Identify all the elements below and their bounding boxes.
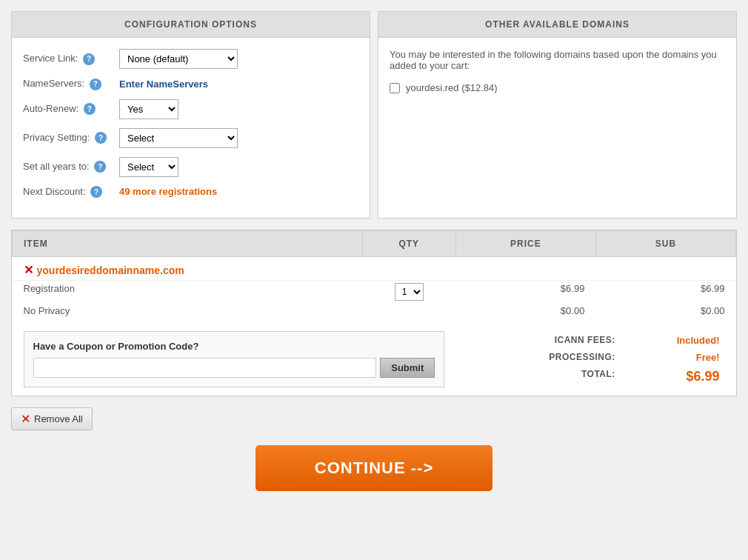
domain-link[interactable]: yourdesireddomainname.com [37, 264, 184, 276]
privacy-setting-label: Privacy Setting: [23, 132, 90, 143]
processing-row: PROCESSING: Free! [468, 350, 723, 365]
other-domains-header: OTHER AVAILABLE DOMAINS [378, 12, 736, 38]
next-discount-help-icon[interactable]: ? [90, 186, 102, 198]
set-years-row: Set all years to: ? Select [23, 157, 358, 177]
registration-label: Registration [24, 283, 75, 294]
privacy-setting-help-icon[interactable]: ? [95, 132, 107, 144]
domain-option-label: yourdesi.red ($12.84) [406, 82, 498, 93]
nameservers-link[interactable]: Enter NameServers [119, 79, 208, 90]
auto-renew-help-icon[interactable]: ? [84, 103, 96, 115]
service-link-row: Service Link: ? None (default) [23, 49, 358, 69]
icann-fees-value: Included! [621, 333, 724, 348]
coupon-totals-row: Have a Coupon or Promotion Code? Submit … [13, 324, 736, 396]
service-link-help-icon[interactable]: ? [83, 53, 95, 65]
other-domains-description: You may be interested in the following d… [390, 49, 725, 71]
icann-fees-label: ICANN FEES: [468, 333, 619, 348]
coupon-input[interactable] [33, 358, 377, 378]
no-privacy-price: $0.00 [561, 305, 585, 316]
continue-button[interactable]: CONTINUE --> [256, 445, 493, 491]
col-sub: SUB [595, 231, 735, 257]
domain-checkbox-yourdesi-red[interactable] [390, 83, 400, 93]
continue-section: CONTINUE --> [11, 445, 737, 491]
col-qty: QTY [362, 231, 455, 257]
cart-item-no-privacy: No Privacy $0.00 $0.00 [13, 303, 736, 324]
remove-domain-icon[interactable]: ✕ [24, 263, 33, 277]
coupon-submit-button[interactable]: Submit [380, 358, 435, 378]
icann-fees-row: ICANN FEES: Included! [468, 333, 723, 348]
domain-option-yourdesi-red: yourdesi.red ($12.84) [390, 82, 725, 93]
next-discount-label: Next Discount: [23, 186, 86, 197]
remove-all-button[interactable]: ✕ Remove All [11, 407, 93, 430]
coupon-title: Have a Coupon or Promotion Code? [33, 341, 435, 352]
auto-renew-select[interactable]: Yes No [119, 99, 178, 119]
cart-section: ITEM QTY PRICE SUB ✕ yourdesireddomainna… [11, 230, 737, 396]
processing-label: PROCESSING: [468, 350, 619, 365]
service-link-label: Service Link: [23, 53, 78, 64]
no-privacy-sub: $0.00 [701, 305, 725, 316]
col-price: PRICE [455, 231, 595, 257]
next-discount-row: Next Discount: ? 49 more registrations [23, 186, 358, 199]
remove-all-icon: ✕ [21, 412, 30, 426]
qty-select[interactable]: 1 2 3 [395, 283, 424, 301]
privacy-setting-row: Privacy Setting: ? Select [23, 128, 358, 148]
nameservers-row: NameServers: ? Enter NameServers [23, 78, 358, 90]
no-privacy-label: No Privacy [24, 305, 70, 316]
registration-price: $6.99 [561, 283, 585, 294]
domain-name-row: ✕ yourdesireddomainname.com [13, 257, 736, 281]
cart-table-header-row: ITEM QTY PRICE SUB [13, 231, 736, 257]
nameservers-label: NameServers: [23, 78, 84, 89]
service-link-select[interactable]: None (default) [119, 49, 238, 69]
set-years-label: Set all years to: [23, 161, 90, 172]
cart-item-registration: Registration 1 2 3 $6.99 $6.99 [13, 281, 736, 304]
set-years-select[interactable]: Select [119, 157, 178, 177]
other-domains-panel: OTHER AVAILABLE DOMAINS You may be inter… [378, 11, 737, 219]
col-item: ITEM [13, 231, 363, 257]
next-discount-value: 49 more registrations [119, 186, 217, 197]
total-label: TOTAL: [468, 367, 619, 387]
processing-value: Free! [621, 350, 724, 365]
config-panel: CONFIGURATION OPTIONS Service Link: ? No… [11, 11, 370, 219]
coupon-box: Have a Coupon or Promotion Code? Submit [24, 331, 445, 387]
remove-all-section: ✕ Remove All [11, 407, 737, 430]
total-row: TOTAL: $6.99 [468, 367, 723, 387]
auto-renew-label: Auto-Renew: [23, 103, 79, 114]
privacy-setting-select[interactable]: Select [119, 128, 238, 148]
remove-all-label: Remove All [34, 413, 83, 424]
registration-sub: $6.99 [701, 283, 725, 294]
auto-renew-row: Auto-Renew: ? Yes No [23, 99, 358, 119]
nameservers-help-icon[interactable]: ? [90, 79, 101, 90]
set-years-help-icon[interactable]: ? [94, 161, 106, 173]
total-value: $6.99 [621, 367, 724, 387]
config-panel-header: CONFIGURATION OPTIONS [12, 12, 370, 38]
